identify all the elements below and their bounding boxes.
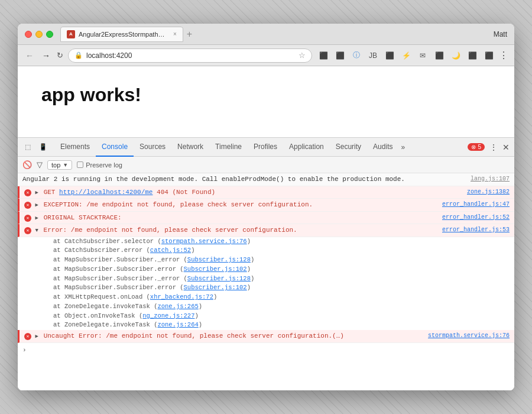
info-message-text: Angular 2 is running in the development … — [22, 174, 466, 185]
browser-window: A Angular2ExpressStormpathEx… × + Matt ←… — [18, 24, 514, 390]
context-selector[interactable]: top ▼ — [47, 160, 72, 170]
devtools-menu-button[interactable]: ⋮ — [489, 143, 498, 152]
stack-line-9: at Object.onInvokeTask (ng_zone.js:227) — [18, 312, 514, 321]
expand-icon-5[interactable]: ▶ — [35, 334, 38, 339]
url-text: localhost:4200 — [86, 51, 295, 60]
extension-icon-5[interactable]: ⬛ — [383, 49, 396, 62]
extension-icon-8[interactable]: ⬛ — [433, 49, 446, 62]
tab-console[interactable]: Console — [96, 138, 134, 157]
error-icon: ✕ — [24, 189, 31, 196]
info-message-source[interactable]: lang.js:107 — [471, 174, 510, 183]
more-options-button[interactable]: ⋮ — [499, 50, 508, 61]
stack-line-4: at MapSubscriber.Subscriber.error (Subsc… — [18, 265, 514, 274]
user-name: Matt — [494, 30, 507, 38]
minimize-button[interactable] — [35, 31, 43, 38]
device-icon[interactable]: 📱 — [38, 142, 48, 153]
extension-icon-3[interactable]: ⓘ — [350, 49, 363, 62]
tab-application[interactable]: Application — [283, 138, 330, 157]
prompt-arrow-icon: › — [22, 345, 27, 355]
error-stacktrace-text: ✕ ▶ ORIGINAL STACKTRACE: — [24, 213, 437, 223]
error-block-text: ✕ ▼ Error: /me endpoint not found, pleas… — [24, 225, 437, 235]
console-error-uncaught: ✕ ▶ Uncaught Error: /me endpoint not fou… — [18, 330, 514, 343]
tab-timeline[interactable]: Timeline — [209, 138, 248, 157]
tab-favicon: A — [67, 30, 75, 38]
tab-security[interactable]: Security — [330, 138, 367, 157]
console-toolbar: 🚫 ▽ top ▼ Preserve log — [18, 157, 514, 173]
preserve-log-label: Preserve log — [86, 161, 122, 169]
console-output: Angular 2 is running in the development … — [18, 173, 514, 390]
maximize-button[interactable] — [46, 31, 53, 38]
page-content: app works! ⬚ 📱 Elements Console Sources … — [18, 66, 514, 390]
error-get-source[interactable]: zone.js:1382 — [467, 187, 510, 196]
extension-icon-9[interactable]: 🌙 — [449, 49, 462, 62]
preserve-log-checkbox[interactable] — [77, 161, 83, 168]
error-block-source[interactable]: error_handler.js:53 — [442, 225, 510, 234]
devtools-panel: ⬚ 📱 Elements Console Sources Network Tim… — [18, 137, 514, 390]
stack-line-5: at MapSubscriber.Subscriber._error (Subs… — [18, 274, 514, 284]
page-body: app works! — [18, 66, 514, 137]
devtools-icons: ⬚ 📱 — [22, 142, 48, 153]
tab-bar: A Angular2ExpressStormpathEx… × + — [60, 27, 507, 42]
error-icon-5: ✕ — [24, 333, 31, 340]
devtools-tab-bar: ⬚ 📱 Elements Console Sources Network Tim… — [18, 138, 514, 157]
tab-close-button[interactable]: × — [173, 31, 177, 37]
close-button[interactable] — [25, 31, 32, 38]
console-error-stacktrace: ✕ ▶ ORIGINAL STACKTRACE: error_handler.j… — [18, 212, 514, 225]
devtools-right-controls: ⊗ 5 ⋮ ✕ — [468, 143, 510, 152]
console-error-exception: ✕ ▶ EXCEPTION: /me endpoint not found, p… — [18, 199, 514, 212]
error-count: 5 — [478, 144, 481, 150]
refresh-button[interactable]: ↻ — [57, 51, 63, 60]
console-error-block: ✕ ▼ Error: /me endpoint not found, pleas… — [18, 224, 514, 237]
expand-icon-2[interactable]: ▶ — [35, 202, 38, 208]
url-bar[interactable]: 🔒 localhost:4200 ☆ — [68, 48, 312, 63]
inspect-icon[interactable]: ⬚ — [22, 142, 33, 153]
error-uncaught-source[interactable]: stormpath.service.js:76 — [428, 331, 510, 340]
error-exception-source[interactable]: error_handler.js:47 — [442, 200, 510, 209]
title-bar: A Angular2ExpressStormpathEx… × + Matt — [18, 24, 514, 45]
bookmark-icon[interactable]: ☆ — [299, 51, 306, 60]
clear-console-button[interactable]: 🚫 — [22, 160, 32, 169]
stack-line-3: at MapSubscriber.Subscriber._error (Subs… — [18, 255, 514, 265]
toolbar-icons: ⬛ ⬛ ⓘ JB ⬛ ⚡ ✉ ⬛ 🌙 ⬛ ⬛ ⋮ — [317, 49, 508, 62]
tab-audits[interactable]: Audits — [367, 138, 398, 157]
extension-icon-1[interactable]: ⬛ — [317, 49, 330, 62]
expand-icon-4[interactable]: ▼ — [35, 228, 38, 234]
error-uncaught-text: ✕ ▶ Uncaught Error: /me endpoint not fou… — [24, 331, 423, 341]
error-icon-4: ✕ — [24, 227, 31, 234]
stack-line-1: at CatchSubscriber.selector (stormpath.s… — [18, 237, 514, 247]
browser-tab[interactable]: A Angular2ExpressStormpathEx… × — [60, 27, 183, 42]
tab-network[interactable]: Network — [171, 138, 209, 157]
console-prompt[interactable]: › — [18, 343, 514, 358]
context-label: top — [51, 161, 60, 169]
error-stacktrace-source[interactable]: error_handler.js:52 — [442, 213, 510, 222]
stack-line-7: at XMLHttpRequest.onLoad (xhr_backend.js… — [18, 293, 514, 302]
error-badge: ⊗ 5 — [468, 143, 485, 151]
expand-icon[interactable]: ▶ — [35, 190, 38, 196]
stack-line-10: at ZoneDelegate.invokeTask (zone.js:264) — [18, 321, 514, 330]
filter-button[interactable]: ▽ — [37, 160, 43, 169]
devtools-close-button[interactable]: ✕ — [502, 143, 510, 152]
extension-icon-10[interactable]: ⬛ — [466, 49, 479, 62]
more-tabs-button[interactable]: » — [401, 143, 405, 151]
back-button[interactable]: ← — [24, 51, 35, 60]
tab-sources[interactable]: Sources — [134, 138, 171, 157]
tab-profiles[interactable]: Profiles — [248, 138, 283, 157]
forward-button[interactable]: → — [40, 51, 52, 60]
error-icon: ⊗ — [471, 144, 476, 150]
extension-icon-2[interactable]: ⬛ — [333, 49, 346, 62]
expand-icon-3[interactable]: ▶ — [35, 215, 38, 221]
tab-elements[interactable]: Elements — [54, 138, 96, 157]
tab-title: Angular2ExpressStormpathEx… — [79, 31, 167, 38]
extension-icon-7[interactable]: ✉ — [416, 49, 429, 62]
error-exception-text: ✕ ▶ EXCEPTION: /me endpoint not found, p… — [24, 200, 437, 210]
lock-icon: 🔒 — [74, 51, 83, 59]
console-info-message: Angular 2 is running in the development … — [18, 173, 514, 186]
extension-icon-11[interactable]: ⬛ — [482, 49, 495, 62]
new-tab-button[interactable]: + — [187, 29, 192, 40]
extension-icon-6[interactable]: ⚡ — [400, 49, 413, 62]
preserve-log-option[interactable]: Preserve log — [77, 161, 122, 169]
error-link[interactable]: http://localhost:4200/me — [59, 189, 153, 196]
extension-icon-4[interactable]: JB — [366, 49, 379, 62]
error-get-text: ✕ ▶ GET http://localhost:4200/me 404 (No… — [24, 187, 462, 198]
error-icon-2: ✕ — [24, 202, 31, 209]
